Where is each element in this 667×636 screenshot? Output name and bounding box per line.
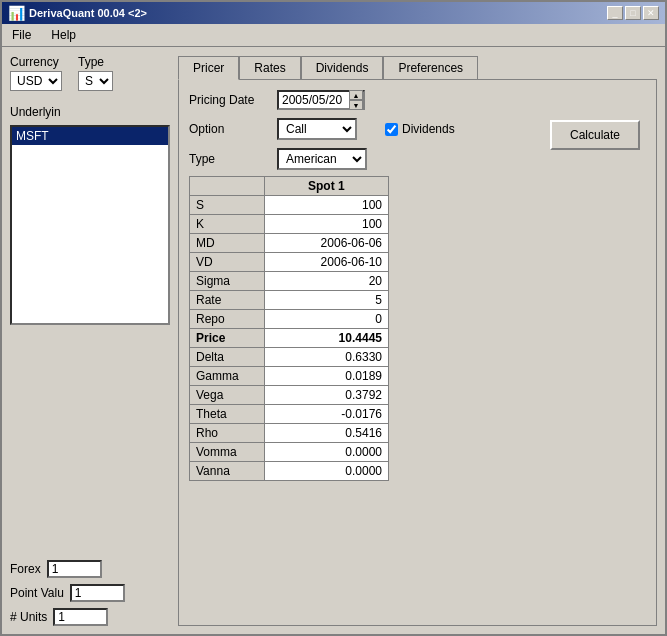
app-icon: 📊: [8, 5, 25, 21]
table-row: Rho0.5416: [190, 424, 389, 443]
table-row: VD2006-06-10: [190, 253, 389, 272]
table-cell-label: Theta: [190, 405, 265, 424]
table-cell-label: Price: [190, 329, 265, 348]
table-cell-label: Vanna: [190, 462, 265, 481]
units-row: # Units: [10, 608, 170, 626]
pricing-date-input[interactable]: [279, 93, 349, 107]
table-cell-value: 0.0189: [264, 367, 388, 386]
table-cell-label: Repo: [190, 310, 265, 329]
table-header-spot1: Spot 1: [264, 177, 388, 196]
table-row: Vega0.3792: [190, 386, 389, 405]
table-row: K100: [190, 215, 389, 234]
table-cell-label: Vega: [190, 386, 265, 405]
currency-select[interactable]: USD EUR GBP: [11, 72, 61, 90]
type-label: Type: [78, 55, 113, 69]
minimize-button[interactable]: _: [607, 6, 623, 20]
point-value-label: Point Valu: [10, 586, 64, 600]
type-select-wrapper[interactable]: S F: [78, 71, 113, 91]
option-select[interactable]: Call Put: [277, 118, 357, 140]
date-spin-up[interactable]: ▲: [349, 90, 363, 100]
table-row: Repo0: [190, 310, 389, 329]
table-cell-label: Rate: [190, 291, 265, 310]
bottom-fields: Forex Point Valu # Units: [10, 560, 170, 626]
table-cell-value: 100: [264, 215, 388, 234]
units-label: # Units: [10, 610, 47, 624]
option-type-select[interactable]: American European: [277, 148, 367, 170]
table-cell-label: Gamma: [190, 367, 265, 386]
type-select[interactable]: S F: [79, 72, 112, 90]
type-row: Type American European: [189, 148, 646, 170]
currency-group: Currency USD EUR GBP: [10, 55, 62, 91]
table-cell-value: 0.5416: [264, 424, 388, 443]
calculate-button[interactable]: Calculate: [550, 120, 640, 150]
table-header-label: [190, 177, 265, 196]
pricing-date-label: Pricing Date: [189, 93, 269, 107]
menu-bar: File Help: [2, 24, 665, 47]
dividends-label: Dividends: [402, 122, 455, 136]
option-label: Option: [189, 122, 269, 136]
table-row: Theta-0.0176: [190, 405, 389, 424]
table-cell-value: 100: [264, 196, 388, 215]
table-cell-label: VD: [190, 253, 265, 272]
tab-preferences[interactable]: Preferences: [383, 56, 478, 80]
tab-rates[interactable]: Rates: [239, 56, 300, 80]
table-row: Delta0.6330: [190, 348, 389, 367]
content-area: Currency USD EUR GBP Type S F: [2, 47, 665, 634]
table-cell-value: -0.0176: [264, 405, 388, 424]
option-type-label: Type: [189, 152, 269, 166]
table-cell-value: 20: [264, 272, 388, 291]
forex-input[interactable]: [47, 560, 102, 578]
point-value-input[interactable]: [70, 584, 125, 602]
tab-dividends[interactable]: Dividends: [301, 56, 384, 80]
underlying-item-msft[interactable]: MSFT: [12, 127, 168, 145]
type-group: Type S F: [78, 55, 113, 91]
units-input[interactable]: [53, 608, 108, 626]
table-cell-value: 2006-06-06: [264, 234, 388, 253]
table-cell-label: Vomma: [190, 443, 265, 462]
close-button[interactable]: ✕: [643, 6, 659, 20]
table-cell-label: MD: [190, 234, 265, 253]
tab-pricer[interactable]: Pricer: [178, 56, 239, 80]
table-row: Rate5: [190, 291, 389, 310]
table-cell-label: K: [190, 215, 265, 234]
table-row: Sigma20: [190, 272, 389, 291]
table-cell-value: 5: [264, 291, 388, 310]
currency-type-row: Currency USD EUR GBP Type S F: [10, 55, 170, 91]
tab-content: Pricing Date ▲ ▼ Option: [178, 79, 657, 626]
table-row: S100: [190, 196, 389, 215]
title-bar: 📊 DerivaQuant 00.04 <2> _ □ ✕: [2, 2, 665, 24]
tabs: Pricer Rates Dividends Preferences: [178, 55, 657, 79]
menu-help[interactable]: Help: [45, 26, 82, 44]
table-row: Vomma0.0000: [190, 443, 389, 462]
currency-label: Currency: [10, 55, 62, 69]
table-cell-value: 2006-06-10: [264, 253, 388, 272]
table-cell-label: Rho: [190, 424, 265, 443]
main-window: 📊 DerivaQuant 00.04 <2> _ □ ✕ File Help …: [0, 0, 667, 636]
underlying-list[interactable]: MSFT: [10, 125, 170, 325]
table-cell-value: 0: [264, 310, 388, 329]
underlying-label: Underlyin: [10, 105, 170, 119]
maximize-button[interactable]: □: [625, 6, 641, 20]
point-value-row: Point Valu: [10, 584, 170, 602]
table-row: Vanna0.0000: [190, 462, 389, 481]
dividends-checkbox[interactable]: [385, 123, 398, 136]
forex-label: Forex: [10, 562, 41, 576]
table-cell-value: 0.3792: [264, 386, 388, 405]
title-bar-controls: _ □ ✕: [607, 6, 659, 20]
table-row: Gamma0.0189: [190, 367, 389, 386]
date-spin-down[interactable]: ▼: [349, 100, 363, 110]
table-row: MD2006-06-06: [190, 234, 389, 253]
currency-select-wrapper[interactable]: USD EUR GBP: [10, 71, 62, 91]
table-cell-label: Sigma: [190, 272, 265, 291]
window-title: DerivaQuant 00.04 <2>: [29, 7, 147, 19]
pricing-date-input-wrapper[interactable]: ▲ ▼: [277, 90, 365, 110]
table-cell-value: 0.0000: [264, 462, 388, 481]
title-bar-left: 📊 DerivaQuant 00.04 <2>: [8, 5, 147, 21]
results-table: Spot 1 S100K100MD2006-06-06VD2006-06-10S…: [189, 176, 389, 481]
right-panel: Pricer Rates Dividends Preferences Prici…: [178, 55, 657, 626]
date-spin-buttons[interactable]: ▲ ▼: [349, 90, 363, 110]
menu-file[interactable]: File: [6, 26, 37, 44]
table-row: Price10.4445: [190, 329, 389, 348]
table-cell-value: 10.4445: [264, 329, 388, 348]
table-cell-label: S: [190, 196, 265, 215]
